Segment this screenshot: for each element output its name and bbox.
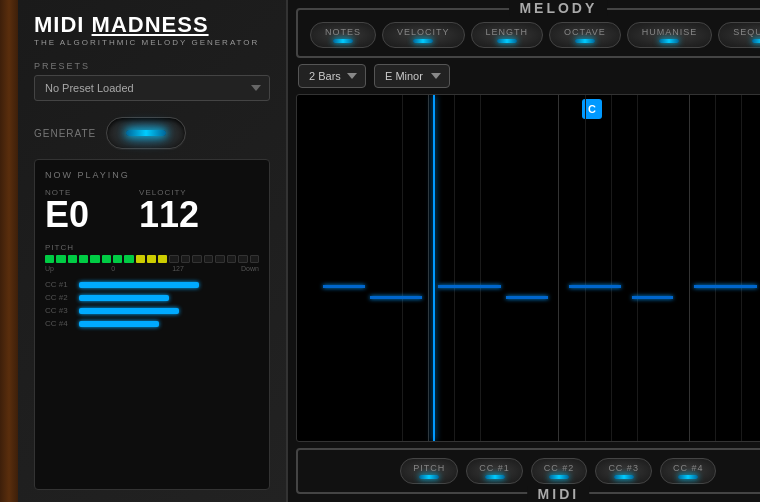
velocity-value: 112	[139, 197, 199, 233]
note-7	[694, 285, 757, 288]
tab-sequence[interactable]: Sequence	[718, 22, 760, 48]
grid-v-2	[428, 95, 429, 441]
app-title: midi madness	[34, 12, 270, 38]
now-playing-section: Now Playing Note E0 Velocity 112 Pitch	[34, 159, 270, 490]
right-panel: Melody Notes Velocity Length	[288, 0, 760, 502]
pitch-up-label: Up	[45, 265, 54, 272]
pitch-label: Pitch	[45, 243, 259, 252]
grid-v-3	[454, 95, 455, 441]
toggle-light	[126, 130, 166, 136]
pitch-zero-label: 0	[111, 265, 115, 272]
pitch-seg-4	[79, 255, 88, 263]
grid-v-6	[585, 95, 586, 441]
note-5	[569, 285, 621, 288]
tab-sequence-light	[752, 39, 760, 43]
pitch-seg-19	[250, 255, 259, 263]
pitch-seg-9	[136, 255, 145, 263]
app-subtitle: The Algorithmic Melody Generator	[34, 38, 270, 47]
generate-toggle[interactable]	[106, 117, 186, 149]
generate-row: Generate	[34, 117, 270, 149]
grid-v-10	[715, 95, 716, 441]
melody-title: Melody	[509, 0, 607, 16]
pitch-seg-7	[113, 255, 122, 263]
midi-tab-cc2[interactable]: CC #2	[531, 458, 588, 484]
pitch-seg-17	[227, 255, 236, 263]
tab-velocity[interactable]: Velocity	[382, 22, 465, 48]
main-container: midi madness The Algorithmic Melody Gene…	[18, 0, 760, 502]
pitch-seg-3	[68, 255, 77, 263]
pitch-seg-18	[238, 255, 247, 263]
now-playing-label: Now Playing	[45, 170, 259, 180]
note-velocity-row: Note E0 Velocity 112	[45, 188, 259, 233]
wood-border-left	[0, 0, 18, 502]
midi-tab-cc4-light	[678, 475, 698, 479]
pitch-seg-16	[215, 255, 224, 263]
melody-tabs: Notes Velocity Length Octave	[310, 22, 760, 48]
playhead	[433, 95, 435, 441]
midi-tab-cc1[interactable]: CC #1	[466, 458, 523, 484]
note-1	[323, 285, 365, 288]
cc-row-2: CC #2	[45, 293, 259, 302]
midi-tab-cc4[interactable]: CC #4	[660, 458, 717, 484]
pitch-row: Pitch	[45, 243, 259, 272]
midi-tab-pitch[interactable]: Pitch	[400, 458, 458, 484]
midi-tab-cc3[interactable]: CC #3	[595, 458, 652, 484]
pitch-seg-1	[45, 255, 54, 263]
pitch-labels: Up 0 127 Down	[45, 265, 259, 272]
app-title-madness: madness	[92, 12, 209, 37]
note-6	[632, 296, 674, 299]
midi-tab-pitch-light	[419, 475, 439, 479]
cc3-label: CC #3	[45, 306, 73, 315]
presets-label: Presets	[34, 61, 270, 71]
cc1-bar	[79, 282, 199, 288]
cc2-bar	[79, 295, 169, 301]
cc-row-4: CC #4	[45, 319, 259, 328]
tab-velocity-light	[413, 39, 433, 43]
pitch-seg-11	[158, 255, 167, 263]
presets-section: Presets No Preset Loaded	[34, 61, 270, 101]
pitch-seg-15	[204, 255, 213, 263]
pitch-127-label: 127	[172, 265, 184, 272]
controls-row: 2 Bars 1 Bar 4 Bars 8 Bars E Minor C Maj…	[296, 64, 760, 88]
midi-tabs: Pitch CC #1 CC #2 CC #3	[310, 458, 760, 484]
pitch-down-label: Down	[241, 265, 259, 272]
note-4	[506, 296, 548, 299]
pitch-seg-12	[169, 255, 178, 263]
velocity-col: Velocity 112	[139, 188, 199, 233]
bars-select[interactable]: 2 Bars 1 Bar 4 Bars 8 Bars	[298, 64, 366, 88]
midi-title: MIDI	[528, 486, 590, 502]
midi-tab-cc1-light	[485, 475, 505, 479]
grid-v-1	[402, 95, 403, 441]
logo-section: midi madness The Algorithmic Melody Gene…	[34, 12, 270, 47]
cc-row-3: CC #3	[45, 306, 259, 315]
tab-notes[interactable]: Notes	[310, 22, 376, 48]
midi-tab-cc3-light	[614, 475, 634, 479]
cc4-label: CC #4	[45, 319, 73, 328]
tab-octave[interactable]: Octave	[549, 22, 621, 48]
tab-notes-light	[333, 39, 353, 43]
note-3	[438, 285, 501, 288]
cc3-bar	[79, 308, 179, 314]
grid-v-8	[637, 95, 638, 441]
cc2-label: CC #2	[45, 293, 73, 302]
tab-humanise[interactable]: Humanise	[627, 22, 713, 48]
note-value: E0	[45, 197, 89, 233]
pitch-seg-10	[147, 255, 156, 263]
generate-label: Generate	[34, 128, 96, 139]
key-select[interactable]: E Minor C Major D Minor G Major A Minor	[374, 64, 450, 88]
midi-section: Pitch CC #1 CC #2 CC #3	[296, 448, 760, 494]
pitch-seg-2	[56, 255, 65, 263]
tab-length-light	[497, 39, 517, 43]
midi-tab-cc2-light	[549, 475, 569, 479]
note-col: Note E0	[45, 188, 89, 233]
note-2	[370, 296, 422, 299]
tab-humanise-light	[659, 39, 679, 43]
preset-dropdown[interactable]: No Preset Loaded	[34, 75, 270, 101]
grid-v-4	[480, 95, 481, 441]
top-area: midi madness The Algorithmic Melody Gene…	[18, 0, 760, 502]
pitch-seg-13	[181, 255, 190, 263]
left-panel: midi madness The Algorithmic Melody Gene…	[18, 0, 288, 502]
pitch-seg-6	[102, 255, 111, 263]
tab-length[interactable]: Length	[471, 22, 544, 48]
pitch-seg-8	[124, 255, 133, 263]
